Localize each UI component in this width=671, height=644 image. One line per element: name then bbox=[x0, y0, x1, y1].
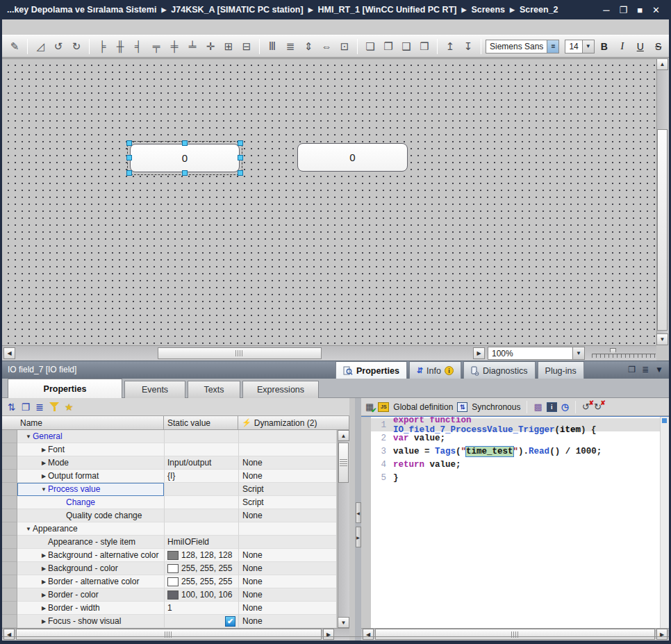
static-value-cell[interactable]: 100, 100, 106 bbox=[164, 588, 238, 602]
io-field-widget[interactable]: 0 bbox=[130, 144, 240, 172]
dynamization-cell[interactable]: None bbox=[238, 549, 336, 562]
expand-arrow-icon[interactable]: ▶ bbox=[40, 552, 48, 559]
property-name-cell[interactable]: ▶Border - color bbox=[17, 588, 164, 602]
property-name-cell[interactable]: ▶Font bbox=[17, 443, 164, 456]
expand-arrow-icon[interactable]: ▶ bbox=[40, 565, 48, 572]
collapse-pane-icon[interactable]: ▼ bbox=[655, 365, 663, 374]
send-to-back-icon[interactable]: ❒ bbox=[416, 38, 433, 55]
font-size-select[interactable]: 14▼ bbox=[565, 40, 594, 53]
expand-arrow-icon[interactable]: ▶ bbox=[40, 618, 48, 625]
maximize-button[interactable]: ■ bbox=[637, 6, 643, 15]
rotate-icon[interactable]: ◿ bbox=[32, 38, 49, 55]
table-row[interactable]: ▶ModeInput/outputNone bbox=[2, 456, 336, 470]
table-row[interactable]: ▼Appearance bbox=[2, 522, 336, 536]
snippets-icon[interactable]: ▩ bbox=[533, 402, 542, 412]
dynamization-cell[interactable]: None bbox=[238, 562, 336, 575]
static-value-cell[interactable]: 255, 255, 255 bbox=[164, 562, 238, 575]
send-backward-icon[interactable]: ❑ bbox=[398, 38, 415, 55]
table-row[interactable]: Quality code changeNone bbox=[2, 509, 336, 522]
script-scroll-right-button[interactable]: ▶ bbox=[656, 629, 668, 640]
table-row[interactable]: ▶Border - color100, 100, 106None bbox=[2, 588, 336, 602]
script-scroll-left-button[interactable]: ◀ bbox=[363, 629, 374, 640]
folder-icon[interactable]: ❐ bbox=[22, 402, 31, 413]
dynamization-cell[interactable]: None bbox=[238, 575, 336, 588]
static-value-cell[interactable] bbox=[164, 443, 238, 456]
table-row[interactable]: ▼Process valueScript bbox=[2, 483, 336, 496]
dynamization-cell[interactable]: None bbox=[238, 456, 336, 470]
checkbox-checked[interactable]: ✔ bbox=[225, 616, 235, 627]
expand-arrow-icon[interactable]: ▶ bbox=[40, 605, 48, 611]
property-name-cell[interactable]: Change bbox=[17, 496, 164, 509]
expand-arrow-icon[interactable]: ▶ bbox=[40, 447, 48, 453]
align-right-icon[interactable]: ╡ bbox=[130, 38, 147, 55]
dynamization-cell[interactable] bbox=[238, 536, 336, 549]
code-line[interactable]: 2 var value; bbox=[371, 431, 660, 445]
properties-vscroll-thumb[interactable] bbox=[338, 443, 349, 483]
selection-handle-n[interactable] bbox=[182, 140, 188, 146]
static-value-cell[interactable]: Input/output bbox=[164, 456, 238, 470]
pane-list-icon[interactable]: ≣ bbox=[642, 365, 649, 374]
static-value-cell[interactable] bbox=[164, 430, 238, 443]
table-row[interactable]: ▶Focus - show visual✔None bbox=[2, 615, 336, 628]
font-family-select[interactable]: Siemens Sans≣ bbox=[486, 40, 559, 53]
property-name-cell[interactable]: ▶Border - alternative color bbox=[17, 575, 164, 588]
dynamization-cell[interactable]: None bbox=[238, 588, 336, 602]
subtab-texts[interactable]: Texts bbox=[188, 381, 240, 398]
dynamization-cell[interactable]: Script bbox=[238, 483, 336, 496]
canvas-scroll-left-button[interactable]: ◀ bbox=[3, 347, 15, 359]
static-value-cell[interactable] bbox=[164, 509, 238, 522]
tab-order-down-icon[interactable]: ↧ bbox=[460, 38, 477, 55]
same-height-icon[interactable]: ⇕ bbox=[300, 38, 317, 55]
strikethrough-button[interactable]: S bbox=[650, 38, 667, 55]
tree-view-icon[interactable]: ≣ bbox=[35, 402, 44, 413]
zoom-select[interactable]: 100% ▼ bbox=[488, 347, 585, 360]
breadcrumb-item[interactable]: HMI_RT_1 [WinCC Unified PC RT] bbox=[318, 5, 457, 15]
property-name-cell[interactable]: ▼General bbox=[17, 430, 164, 443]
system-info-icon[interactable]: i bbox=[547, 402, 557, 412]
dynamization-cell[interactable] bbox=[238, 522, 336, 536]
properties-scroll-up-button[interactable]: ▲ bbox=[338, 430, 349, 441]
align-bottom-icon[interactable]: ╧ bbox=[184, 38, 201, 55]
script-hscroll-thumb[interactable] bbox=[375, 629, 655, 640]
static-value-cell[interactable] bbox=[164, 496, 238, 509]
tab-plugins[interactable]: Plug-ins bbox=[538, 361, 584, 379]
column-header-name[interactable]: Name bbox=[2, 416, 164, 430]
selection-handle-e[interactable] bbox=[238, 155, 243, 160]
rotate-left-icon[interactable]: ↺ bbox=[50, 38, 67, 55]
selection-handle-w[interactable] bbox=[126, 155, 132, 160]
distribute-vertical-icon[interactable]: ≣ bbox=[282, 38, 299, 55]
goto-definition-icon[interactable]: ↺✘ bbox=[582, 402, 590, 412]
canvas-hscroll-thumb[interactable] bbox=[158, 347, 322, 359]
minimize-button[interactable]: ─ bbox=[603, 6, 609, 15]
selection-handle-se[interactable] bbox=[238, 170, 243, 176]
rotate-right-icon[interactable]: ↻ bbox=[68, 38, 85, 55]
font-family-list-button[interactable]: ≣ bbox=[547, 40, 558, 53]
selection-handle-s[interactable] bbox=[182, 170, 188, 176]
bold-button[interactable]: B bbox=[596, 38, 613, 55]
selection-handle-ne[interactable] bbox=[238, 140, 243, 146]
float-pane-icon[interactable]: ❐ bbox=[628, 365, 636, 374]
goto-usage-icon[interactable]: ↻✘ bbox=[594, 402, 602, 412]
same-width-icon[interactable]: ⇔ bbox=[318, 38, 335, 55]
subtab-properties[interactable]: Properties bbox=[8, 379, 122, 398]
table-row[interactable]: ▶Font bbox=[2, 443, 336, 456]
dynamization-cell[interactable]: Script bbox=[238, 496, 336, 509]
table-row[interactable]: ▶Background - color255, 255, 255None bbox=[2, 562, 336, 575]
property-name-cell[interactable]: ▼Process value bbox=[17, 483, 164, 496]
expand-arrow-icon[interactable]: ▶ bbox=[40, 579, 48, 585]
breadcrumb-item[interactable]: J74KSK_A [SIMATIC PC station] bbox=[171, 5, 303, 15]
distribute-horizontal-icon[interactable]: Ⅲ bbox=[264, 38, 281, 55]
table-row[interactable]: ▶Output format{I}None bbox=[2, 470, 336, 483]
static-value-cell[interactable]: ✔ bbox=[164, 615, 238, 628]
expand-arrow-icon[interactable]: ▶ bbox=[40, 592, 48, 598]
tab-properties[interactable]: Properties bbox=[336, 361, 407, 379]
static-value-cell[interactable]: 255, 255, 255 bbox=[164, 575, 238, 588]
center-in-area-icon[interactable]: ✛ bbox=[202, 38, 219, 55]
static-value-cell[interactable] bbox=[164, 483, 238, 496]
expand-arrow-icon[interactable]: ▶ bbox=[40, 460, 48, 466]
collapse-arrow-icon[interactable]: ▼ bbox=[24, 526, 33, 532]
canvas-scroll-down-button[interactable]: ▼ bbox=[656, 333, 668, 345]
filter-icon[interactable] bbox=[49, 402, 59, 411]
breadcrumb-item[interactable]: ...key Depolama ve Sıralama Sistemi bbox=[7, 5, 156, 15]
column-header-dynamization[interactable]: ⚡ Dynamization (2) bbox=[238, 416, 349, 430]
